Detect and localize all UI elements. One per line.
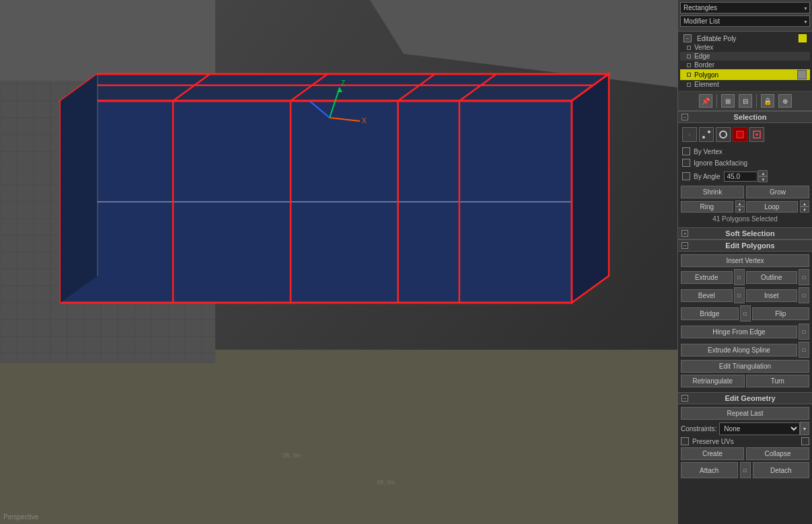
- extrude-settings-btn[interactable]: □: [734, 269, 745, 285]
- by-vertex-checkbox[interactable]: [682, 147, 690, 155]
- ring-down-btn[interactable]: ▼: [735, 207, 745, 213]
- grow-button[interactable]: Grow: [746, 186, 809, 198]
- bridge-settings-btn[interactable]: □: [740, 305, 751, 322]
- extrude-outline-row: Extrude □ Outline □: [681, 269, 809, 285]
- ep-expand-btn[interactable]: −: [684, 34, 692, 42]
- selection-section-header[interactable]: − Selection: [678, 111, 812, 123]
- shrink-button[interactable]: Shrink: [681, 186, 744, 198]
- editable-poly-row: − Editable Poly: [680, 34, 810, 43]
- extrude-spline-settings-btn[interactable]: □: [799, 342, 809, 358]
- constraints-dropdown[interactable]: None Edge Face Normal: [719, 422, 800, 435]
- ep-color-swatch[interactable]: [799, 34, 807, 42]
- ring-loop-row: Ring ▲ ▼ Loop ▲ ▼: [681, 200, 809, 213]
- loop-down-btn[interactable]: ▼: [800, 207, 809, 213]
- tree-item-border[interactable]: Border: [680, 61, 810, 69]
- viewport[interactable]: Perspective: [0, 0, 677, 524]
- tree-item-polygon[interactable]: Polygon: [680, 69, 810, 80]
- collapse-button[interactable]: Collapse: [746, 447, 809, 460]
- pin-icon[interactable]: 📌: [699, 94, 712, 108]
- right-panel: Rectangles Modifier List − Editable Poly…: [677, 0, 812, 524]
- angle-value-input[interactable]: [724, 172, 758, 182]
- edit-triangulation-button[interactable]: Edit Triangulation: [681, 360, 809, 373]
- tree-item-edge[interactable]: Edge: [680, 52, 810, 61]
- modifier-list-dropdown-wrapper[interactable]: Modifier List: [680, 15, 810, 27]
- bevel-button[interactable]: Bevel: [681, 289, 733, 302]
- mirror-icon[interactable]: ⊟: [739, 94, 752, 108]
- flip-button[interactable]: Flip: [752, 307, 810, 320]
- soft-selection-header[interactable]: + Soft Selection: [678, 227, 812, 239]
- by-angle-checkbox[interactable]: [682, 172, 690, 180]
- create-button[interactable]: Create: [681, 447, 744, 460]
- display-icon[interactable]: ⊕: [778, 94, 792, 108]
- extrude-button[interactable]: Extrude: [681, 271, 733, 284]
- turn-button[interactable]: Turn: [746, 375, 810, 387]
- tree-item-vertex[interactable]: Vertex: [680, 43, 810, 52]
- sub-vertex-icon[interactable]: ·: [682, 127, 697, 142]
- selection-toggle[interactable]: −: [681, 114, 688, 120]
- angle-down-btn[interactable]: ▼: [758, 176, 768, 182]
- attach-button[interactable]: Attach: [681, 462, 738, 478]
- svg-point-5: [755, 133, 758, 136]
- lock-icon[interactable]: 🔒: [761, 94, 774, 108]
- angle-up-btn[interactable]: ▲: [758, 170, 768, 176]
- ring-up-btn[interactable]: ▲: [735, 200, 745, 207]
- constraints-label: Constraints:: [681, 425, 716, 433]
- repeat-last-button[interactable]: Repeat Last: [681, 407, 809, 420]
- retriangulate-button[interactable]: Retriangulate: [681, 375, 745, 387]
- ring-button[interactable]: Ring: [681, 201, 733, 213]
- sub-element-icon[interactable]: [749, 127, 764, 142]
- inset-settings-btn[interactable]: □: [799, 287, 809, 303]
- outline-settings-btn[interactable]: □: [799, 269, 809, 285]
- constraints-row: Constraints: None Edge Face Normal ▼: [681, 422, 809, 435]
- ring-spinner: ▲ ▼: [735, 200, 745, 213]
- tree-dot-border: [687, 63, 691, 67]
- soft-selection-toggle[interactable]: +: [681, 230, 688, 237]
- tree-dot-element: [687, 83, 691, 87]
- edit-geometry-toggle[interactable]: −: [681, 395, 688, 402]
- panel-top: Rectangles Modifier List: [678, 0, 812, 32]
- inset-button[interactable]: Inset: [746, 289, 798, 302]
- preserve-uvs-checkbox-left[interactable]: [681, 437, 689, 445]
- sub-edge-icon[interactable]: [699, 127, 714, 142]
- ignore-backfacing-checkbox[interactable]: [682, 159, 690, 167]
- modifier-list-dropdown[interactable]: Modifier List: [680, 15, 810, 27]
- hinge-from-edge-button[interactable]: Hinge From Edge: [681, 326, 797, 338]
- insert-vertex-button[interactable]: Insert Vertex: [681, 254, 809, 267]
- shape-dropdown[interactable]: Rectangles: [680, 2, 810, 13]
- by-angle-row: By Angle ▲ ▼: [681, 170, 809, 183]
- insert-vertex-row: Insert Vertex: [681, 254, 809, 267]
- extrude-along-spline-button[interactable]: Extrude Along Spline: [681, 344, 797, 357]
- polygon-label: Polygon: [694, 71, 718, 79]
- bevel-settings-btn[interactable]: □: [734, 287, 745, 303]
- sub-object-icons: ·: [681, 126, 809, 143]
- by-vertex-label: By Vertex: [694, 148, 723, 155]
- preserve-uvs-checkbox-right[interactable]: [801, 437, 809, 445]
- shape-dropdown-wrapper[interactable]: Rectangles: [680, 2, 810, 13]
- loop-button[interactable]: Loop: [746, 201, 799, 213]
- selection-title: Selection: [692, 113, 809, 121]
- tree-item-element[interactable]: Element: [680, 80, 810, 89]
- toolbar-separator-2: [756, 94, 757, 108]
- sub-polygon-icon[interactable]: [733, 127, 747, 142]
- attach-detach-row: Attach □ Detach: [681, 462, 809, 478]
- loop-up-btn[interactable]: ▲: [800, 200, 809, 207]
- polygon-count: 41 Polygons Selected: [681, 215, 809, 223]
- edit-geometry-header[interactable]: − Edit Geometry: [678, 392, 812, 404]
- detach-button[interactable]: Detach: [753, 462, 810, 478]
- hinge-settings-btn[interactable]: □: [799, 324, 809, 340]
- toolbar-separator-1: [716, 94, 717, 108]
- edit-polygons-header[interactable]: − Edit Polygons: [678, 239, 812, 252]
- extrude-spline-row: Extrude Along Spline □: [681, 342, 809, 358]
- vertex-label: Vertex: [694, 44, 713, 51]
- edit-triangulation-row: Edit Triangulation: [681, 360, 809, 373]
- outline-button[interactable]: Outline: [746, 271, 798, 284]
- sub-border-icon[interactable]: [716, 127, 731, 142]
- repeat-last-row: Repeat Last: [681, 407, 809, 420]
- transform-icon[interactable]: ⊞: [721, 94, 735, 108]
- polygon-swatch: [797, 70, 807, 79]
- svg-rect-3: [737, 131, 743, 138]
- create-collapse-row: Create Collapse: [681, 447, 809, 460]
- edit-polygons-toggle[interactable]: −: [681, 242, 688, 249]
- attach-settings-btn[interactable]: □: [740, 462, 751, 478]
- bridge-button[interactable]: Bridge: [681, 307, 739, 320]
